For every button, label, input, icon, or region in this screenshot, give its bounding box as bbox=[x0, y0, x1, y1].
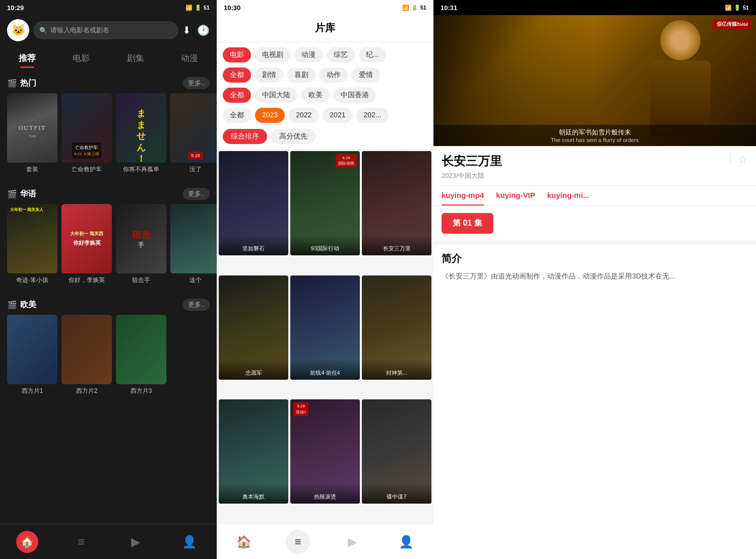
movie-item-alone[interactable]: まません！ 你将不再孤单 bbox=[116, 93, 166, 174]
watermark: 佰亿传媒±ωω bbox=[713, 19, 752, 29]
western-more-btn[interactable]: 更多.. bbox=[183, 299, 210, 311]
filter-all-genre[interactable]: 全都 bbox=[223, 67, 251, 83]
list-btn-wrap: ≡ bbox=[286, 530, 310, 554]
filter-doc[interactable]: 纪... bbox=[359, 47, 386, 62]
source-tab-vip[interactable]: kuying-VIP bbox=[496, 186, 535, 205]
movie-item-outfit[interactable]: · · · OUTFIT THE 套装 bbox=[7, 93, 57, 174]
bottom-profile-btn[interactable]: 👤 bbox=[163, 535, 217, 549]
section-chinese-title: 🎬 华语 bbox=[7, 189, 36, 199]
grid-title-4: 忠愿军 bbox=[219, 359, 288, 380]
section-hot-title: 🎬 热门 bbox=[7, 78, 36, 89]
outfit-label: · · · OUTFIT THE bbox=[19, 117, 46, 138]
filter-all-year[interactable]: 全都 bbox=[223, 108, 251, 123]
bottom-play-btn[interactable]: ▶ bbox=[108, 535, 163, 549]
movie-title-w2: 西方片2 bbox=[61, 387, 112, 395]
status-icons-3: 📶 🔋 51 bbox=[725, 5, 749, 11]
bottom-nav-2: 🏠 ≡ ▶ 👤 bbox=[217, 524, 433, 559]
episode-btn[interactable]: 第 01 集 bbox=[442, 213, 493, 234]
intro-title: 简介 bbox=[442, 252, 748, 265]
poster-alone: まません！ bbox=[116, 93, 166, 163]
filter-comedy[interactable]: 喜剧 bbox=[287, 67, 316, 83]
movie-item-this[interactable]: 这个 bbox=[170, 204, 217, 285]
bottom2-home-btn[interactable]: 🏠 bbox=[217, 535, 271, 549]
grid-item-3[interactable]: 长安三万里 bbox=[362, 151, 431, 255]
tab-anime[interactable]: 动漫 bbox=[163, 48, 217, 68]
movie-item-li[interactable]: 大年初一 闯关西 你好李焕英 你好，李焕英 bbox=[61, 204, 112, 285]
filter-anime[interactable]: 动漫 bbox=[294, 47, 323, 62]
grid-item-2[interactable]: 9.29国际首映 93国际行动 bbox=[290, 151, 360, 255]
movie-title-info: 长安三万里 2023/中国大陆 bbox=[442, 153, 502, 180]
filter-west[interactable]: 欧美 bbox=[301, 88, 330, 103]
movie-item-miracle[interactable]: 大年初一 闯关东人 奇迹·笨小孩 bbox=[7, 204, 57, 285]
chinese-more-btn[interactable]: 更多.. bbox=[183, 188, 210, 200]
filter-2020[interactable]: 202... bbox=[356, 108, 388, 123]
filter-row-genre: 全都 剧情 喜剧 动作 爱情 bbox=[217, 65, 433, 86]
filter-mainland[interactable]: 中国大陆 bbox=[255, 88, 297, 103]
download-icon[interactable]: ⬇ bbox=[182, 24, 191, 36]
library-title: 片库 bbox=[217, 15, 433, 42]
subtitle-en: The court has sent a flurry of orders bbox=[436, 137, 753, 143]
grid-title-8: 热辣滚烫 bbox=[290, 483, 360, 504]
movie-item-ambulance[interactable]: 亡命救护车4.22 火爆上映 亡命救护车 bbox=[61, 93, 112, 174]
battery-level-3: 51 bbox=[743, 5, 749, 11]
tab-movie[interactable]: 电影 bbox=[54, 48, 109, 68]
grid-item-6[interactable]: 封神第... bbox=[362, 275, 431, 380]
filter-all-region[interactable]: 全都 bbox=[223, 88, 251, 103]
filter-tv[interactable]: 电视剧 bbox=[255, 47, 290, 62]
western-movie-row: 西方片1 西方片2 西方片3 bbox=[0, 315, 217, 395]
movie-title-outfit: 套装 bbox=[7, 165, 57, 174]
filter-2021[interactable]: 2021 bbox=[323, 108, 352, 123]
header-action-icons: ⬇ 🕐 bbox=[182, 24, 210, 36]
search-bar[interactable]: 🔍 请输入电影名或剧名 bbox=[33, 21, 178, 39]
grid-item-8[interactable]: 9.28英雄7 热辣滚烫 bbox=[290, 399, 360, 504]
outfit-text: OUTFIT bbox=[19, 124, 46, 132]
source-tab-mp4[interactable]: kuying-mp4 bbox=[442, 186, 484, 205]
star-icon[interactable]: ☆ bbox=[738, 153, 748, 166]
poster-inner-4: 9.18 bbox=[170, 93, 217, 163]
movie-info-top: 长安三万里 2023/中国大陆 ☆ bbox=[442, 153, 748, 180]
status-icons-2: 📶 🔋 51 bbox=[402, 5, 426, 11]
bottom-nav-1: 🏠 ≡ ▶ 👤 bbox=[0, 524, 217, 559]
movie-item-w2[interactable]: 西方片2 bbox=[61, 315, 112, 395]
source-tab-mi[interactable]: kuying-mi... bbox=[547, 186, 589, 205]
movie-item-w1[interactable]: 西方片1 bbox=[7, 315, 57, 395]
filter-2022[interactable]: 2022 bbox=[289, 108, 319, 123]
bottom2-list-btn[interactable]: ≡ bbox=[271, 530, 326, 554]
hot-more-btn[interactable]: 更多.. bbox=[183, 77, 210, 89]
tab-recommend[interactable]: 推荐 bbox=[0, 48, 54, 68]
filter-movie[interactable]: 电影 bbox=[223, 47, 251, 62]
history-icon[interactable]: 🕐 bbox=[197, 24, 210, 36]
filter-hk[interactable]: 中国香港 bbox=[334, 88, 376, 103]
grid-item-7[interactable]: 奥本海默 bbox=[219, 399, 288, 504]
bottom-home-btn[interactable]: 🏠 bbox=[0, 531, 54, 553]
grid-item-5[interactable]: 前线4·前任4 bbox=[290, 275, 360, 380]
movie-meta: 2023/中国大陆 bbox=[442, 171, 502, 180]
status-bar-3: 10:31 📶 🔋 51 bbox=[433, 0, 756, 15]
bottom2-profile-btn[interactable]: 👤 bbox=[380, 535, 434, 549]
movie-main-title: 长安三万里 bbox=[442, 153, 502, 169]
sort-comprehensive[interactable]: 综合排序 bbox=[223, 129, 267, 144]
filter-drama[interactable]: 剧情 bbox=[255, 67, 283, 83]
poster-inner-li: 大年初一 闯关西 你好李焕英 bbox=[61, 204, 112, 273]
grid-item-9[interactable]: 碟中谍7 bbox=[362, 399, 431, 504]
avatar[interactable]: 🐱 bbox=[7, 19, 29, 41]
filter-2023[interactable]: 2023 bbox=[255, 108, 285, 123]
movie-title-w1: 西方片1 bbox=[7, 387, 57, 395]
poster-inner-miracle: 大年初一 闯关东人 bbox=[7, 204, 57, 273]
header-1: 🐱 🔍 请输入电影名或剧名 ⬇ 🕐 bbox=[0, 15, 217, 45]
grid-item-4[interactable]: 忠愿军 bbox=[219, 275, 288, 380]
bottom-list-btn[interactable]: ≡ bbox=[54, 535, 109, 549]
tab-drama[interactable]: 剧集 bbox=[108, 48, 163, 68]
grid-item-1[interactable]: 坚如磐石 bbox=[219, 151, 288, 255]
movie-item-sniper[interactable]: 狙击 手 狙击手 bbox=[116, 204, 166, 285]
movie-item-w3[interactable]: 西方片3 bbox=[116, 315, 166, 395]
sort-top-rated[interactable]: 高分优先 bbox=[271, 129, 316, 144]
movie-title-w3: 西方片3 bbox=[116, 387, 166, 395]
filter-action[interactable]: 动作 bbox=[320, 67, 348, 83]
poster-4: 9.18 bbox=[170, 93, 217, 163]
video-player[interactable]: 佰亿传媒±ωω 朝廷的军书如雪片般传来 The court has sent a… bbox=[433, 15, 756, 146]
bottom2-play-btn[interactable]: ▶ bbox=[325, 535, 380, 549]
movie-item-4[interactable]: 9.18 没了 bbox=[170, 93, 217, 174]
filter-variety[interactable]: 综艺 bbox=[327, 47, 355, 62]
filter-romance[interactable]: 爱情 bbox=[352, 67, 380, 83]
